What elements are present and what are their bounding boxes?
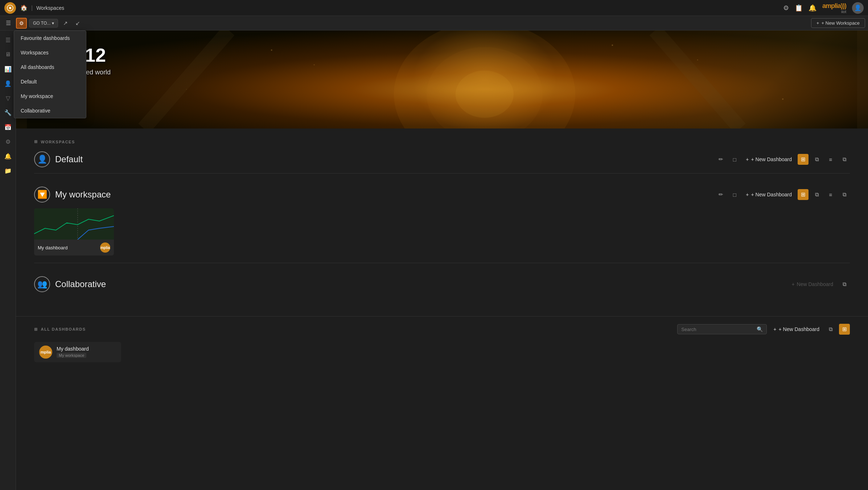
new-dashboard-button-my[interactable]: + + New Dashboard [743, 190, 795, 199]
dashboard-card-thumb [34, 208, 114, 240]
view-list-btn-default[interactable]: ≡ [825, 154, 836, 165]
workspaces-grid-icon: ⊞ [34, 139, 38, 144]
view-list-btn-my[interactable]: ≡ [825, 189, 836, 200]
brand-name: amplia))) [822, 2, 846, 9]
main-layout: ☰ 🖥 📊 👤 ▽ 🔧 📅 ⚙ 🔔 📁 [0, 30, 868, 490]
delete-icon[interactable]: □ [729, 154, 740, 165]
workspace-default-actions: ✏ □ + + New Dashboard ⊞ ⧉ ≡ ⧉ [715, 154, 850, 165]
workspace-default-divider [34, 173, 850, 173]
documents-icon[interactable]: 📋 [795, 4, 803, 12]
workspace-default-name: Default [55, 154, 83, 164]
workspace-my-name: My workspace [55, 189, 111, 200]
svg-point-10 [314, 64, 315, 65]
sidebar-icon-filter[interactable]: ▽ [1, 91, 15, 105]
sidebar-icon-chart[interactable]: 📊 [1, 62, 15, 75]
view-copy-btn-all[interactable]: ⧉ [825, 324, 836, 335]
all-dashboards-text: ALL DASHBOARDS [41, 327, 86, 331]
new-dashboard-button-collaborative[interactable]: + New Dashboard [789, 280, 836, 289]
workspace-collaborative-icon: 👥 [34, 276, 50, 292]
dropdown-item-default[interactable]: Default [14, 74, 86, 89]
copy-workspace-icon-default[interactable]: ⧉ [839, 154, 850, 165]
user-avatar[interactable]: 👤 [852, 2, 864, 14]
new-dashboard-button-default[interactable]: + + New Dashboard [743, 155, 795, 164]
sidebar-icon-calendar[interactable]: 📅 [1, 121, 15, 134]
edit-icon-my[interactable]: ✏ [715, 189, 726, 200]
goto-label: GO TO... [33, 21, 50, 26]
dropdown-item-collaborative[interactable]: Collaborative [14, 103, 86, 118]
all-dash-item-workspace: My workspace [57, 353, 86, 358]
search-box: 🔍 [677, 324, 767, 334]
export-icon[interactable]: ↗ [60, 18, 70, 28]
sidebar-icon-settings[interactable]: ⚙ [1, 135, 15, 148]
svg-point-1 [9, 7, 11, 9]
brand-logo: amplia))) iiot [822, 2, 846, 14]
dashboard-thumb-chart [34, 208, 114, 240]
svg-point-9 [271, 49, 272, 51]
view-grid-btn-all[interactable]: ⊞ [839, 324, 850, 335]
brand-sub: iiot [822, 10, 846, 14]
goto-button[interactable]: GO TO... ▾ [29, 19, 58, 28]
new-workspace-plus: + [816, 20, 819, 26]
home-icon[interactable]: 🏠 [20, 4, 28, 11]
svg-point-11 [612, 45, 613, 46]
dropdown-item-favourites[interactable]: Favourite dashboards [14, 31, 86, 45]
new-workspace-label: + New Workspace [821, 20, 860, 26]
settings-icon[interactable]: ⚙ [783, 4, 789, 12]
goto-chevron: ▾ [52, 21, 54, 26]
sidebar-icon-user[interactable]: 👤 [1, 77, 15, 90]
dropdown-item-my-workspace[interactable]: My workspace [14, 89, 86, 103]
top-navigation: 🏠 | Workspaces ⚙ 📋 🔔 amplia))) iiot 👤 [0, 0, 868, 16]
hero-banner: Gate 12 the hiperconnected world [16, 30, 868, 128]
workspaces-label: WORKSPACES [41, 140, 75, 144]
edit-icon[interactable]: ✏ [715, 154, 726, 165]
all-dashboards-list: mplia My dashboard My workspace [34, 342, 850, 362]
dropdown-item-workspaces[interactable]: Workspaces [14, 45, 86, 60]
sidebar-icon-folder[interactable]: 📁 [1, 164, 15, 177]
notifications-icon[interactable]: 🔔 [809, 4, 816, 12]
all-dashboards-label: ⊞ ALL DASHBOARDS [34, 327, 674, 332]
delete-icon-my[interactable]: □ [729, 189, 740, 200]
workspace-collaborative: 👥 Collaborative + New Dashboard ⧉ [34, 276, 850, 292]
search-input[interactable] [681, 327, 754, 332]
workspaces-section: ⊞ WORKSPACES 👤 Default ✏ □ + + New Dashb… [16, 128, 868, 316]
dashboard-card-name: My dashboard [38, 245, 67, 250]
dashboard-card-my[interactable]: My dashboard mplia [34, 208, 114, 256]
sidebar-icon-menu[interactable]: ☰ [1, 33, 15, 46]
dropdown-item-all-dashboards[interactable]: All dashboards [14, 60, 86, 74]
workspace-default-header: 👤 Default ✏ □ + + New Dashboard ⊞ ⧉ ≡ ⧉ [34, 151, 850, 167]
view-copy-btn-default[interactable]: ⧉ [811, 154, 822, 165]
secondary-navigation: ☰ ⚙ GO TO... ▾ ↗ ↙ + + New Workspace Fav… [0, 16, 868, 30]
workspace-my-divider [34, 263, 850, 263]
copy-workspace-icon-collaborative[interactable]: ⧉ [839, 279, 850, 290]
view-copy-btn-my[interactable]: ⧉ [811, 189, 822, 200]
view-grid-btn-default[interactable]: ⊞ [798, 154, 809, 165]
workspace-default: 👤 Default ✏ □ + + New Dashboard ⊞ ⧉ ≡ ⧉ [34, 151, 850, 173]
workspace-settings-icon[interactable]: ⚙ [16, 18, 27, 29]
all-dash-item-avatar: mplia [39, 346, 52, 359]
import-icon[interactable]: ↙ [73, 18, 83, 28]
app-logo[interactable] [4, 2, 16, 14]
all-dashboards-new-button[interactable]: + + New Dashboard [770, 325, 822, 334]
workspaces-label: Workspaces [36, 5, 64, 11]
sidebar-icon-bell[interactable]: 🔔 [1, 150, 15, 163]
sidebar-icon-wrench[interactable]: 🔧 [1, 106, 15, 119]
menu-icon[interactable]: ☰ [3, 18, 14, 29]
my-workspace-cards: My dashboard mplia [34, 208, 850, 256]
dashboard-card-footer: My dashboard mplia [34, 240, 114, 256]
hero-decoration [16, 30, 868, 128]
all-dashboards-section: ⊞ ALL DASHBOARDS 🔍 + + New Dashboard ⧉ ⊞ [16, 316, 868, 377]
workspaces-section-header: ⊞ WORKSPACES [34, 139, 850, 144]
view-grid-btn-my[interactable]: ⊞ [798, 189, 809, 200]
all-dashboards-grid-icon: ⊞ [34, 327, 38, 332]
all-dash-item[interactable]: mplia My dashboard My workspace [34, 342, 121, 362]
workspace-collaborative-name: Collaborative [55, 279, 106, 289]
new-workspace-button[interactable]: + + New Workspace [811, 18, 865, 28]
workspace-collaborative-actions: + New Dashboard ⧉ [789, 279, 850, 290]
svg-point-4 [456, 71, 514, 118]
sidebar-icon-monitor[interactable]: 🖥 [1, 48, 15, 61]
all-dashboards-actions: + + New Dashboard ⧉ ⊞ [770, 324, 850, 335]
search-icon: 🔍 [757, 326, 763, 332]
svg-point-14 [782, 98, 783, 100]
top-nav-right: ⚙ 📋 🔔 amplia))) iiot 👤 [783, 2, 864, 14]
copy-workspace-icon-my[interactable]: ⧉ [839, 189, 850, 200]
